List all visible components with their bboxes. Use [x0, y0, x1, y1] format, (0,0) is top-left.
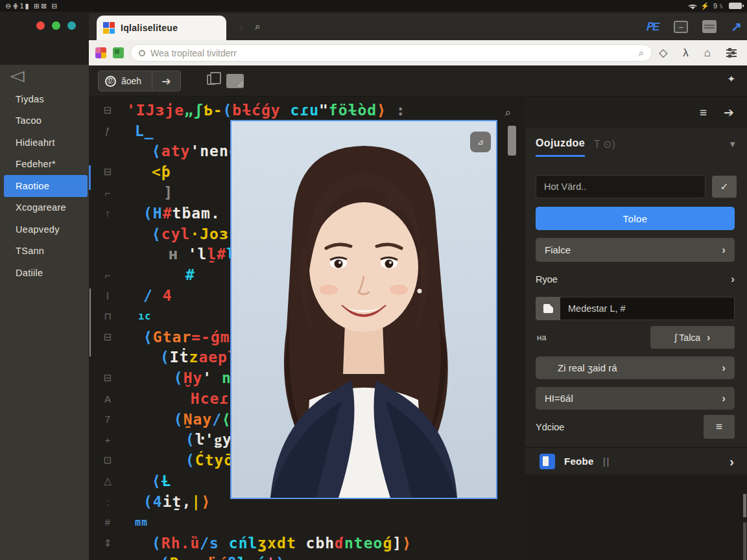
- tab-search-icon[interactable]: ⌕: [255, 21, 261, 32]
- sidebar-item-fedeher[interactable]: Fedeher*: [0, 154, 89, 176]
- code-line[interactable]: ⊟'IJɜje„ʃƄ-(bɫćǵy cɾu"föɫòd⟩ :: [89, 100, 525, 121]
- sidebar-item-tsann[interactable]: TSann: [0, 240, 89, 262]
- type-row[interactable]: Ryoe ›: [536, 272, 735, 286]
- sidebar-item-xcogareare[interactable]: Xcogareare: [0, 197, 89, 219]
- file-icon: [536, 297, 560, 320]
- extension-pe-icon[interactable]: ꓑE: [646, 20, 660, 34]
- version-badge-icon: ⑰: [105, 76, 116, 87]
- back-icon[interactable]: ◁: [10, 67, 24, 84]
- panel-toggle-icon[interactable]: –: [674, 21, 688, 33]
- gutter-icon: ǀ: [89, 290, 126, 301]
- code-line[interactable]: ⊟(Raecḃḉβloǵ'): [89, 554, 525, 560]
- gutter-icon: ⊟: [89, 557, 126, 560]
- gutter-icon: ⊟: [89, 331, 126, 343]
- image-expand-button[interactable]: ⊿: [470, 132, 491, 152]
- sparkle-icon[interactable]: ✦: [727, 73, 735, 85]
- inspector-header: ≡ ➔: [525, 97, 747, 128]
- share-arrow-icon[interactable]: ↗: [731, 19, 742, 34]
- status-icons-left: ⊖⋕1▮ ⊞⊠ ⊟: [5, 2, 58, 10]
- zireal-row-button[interactable]: Zi real ʒaid rá ›: [536, 356, 735, 379]
- url-search-icon[interactable]: ⌕: [639, 47, 644, 59]
- voice-label: Ydcioe: [536, 422, 564, 432]
- editor-scrollbar[interactable]: [89, 288, 91, 356]
- gutter-icon: ⊟: [89, 166, 126, 178]
- gutter-icon: #: [89, 517, 126, 528]
- search-input[interactable]: Hot Värd..: [536, 175, 706, 198]
- gutter-icon: ↑: [89, 207, 126, 218]
- tab-oojuzdoe[interactable]: Oojuzdoe: [536, 137, 585, 157]
- model-field-value: Medestar L, #: [568, 303, 626, 314]
- talca-button[interactable]: ʃ Talca ›: [650, 326, 735, 349]
- gutter-icon: ⊟: [89, 104, 126, 116]
- gutter-icon: ⌐: [89, 187, 126, 198]
- image-scroll-thumb[interactable]: [508, 126, 516, 156]
- os-menubar: ⊖⋕1▮ ⊞⊠ ⊟ ⚡ 9﹪: [0, 0, 747, 12]
- gutter-icon: ⊓: [89, 310, 126, 322]
- wifi-icon: [688, 3, 697, 9]
- sidebar-item-hidieahrt[interactable]: Hidieahrt: [0, 132, 89, 154]
- fialce-label: Fialce: [545, 244, 571, 255]
- sidebar-item-raotioe[interactable]: Raotioe: [4, 175, 88, 197]
- hial-row-button[interactable]: HI=6ál ›: [536, 387, 735, 410]
- gutter-icon: ⊡: [89, 454, 126, 466]
- image-attach-icon[interactable]: ◿: [226, 74, 244, 88]
- search-input-value: Hot Värd..: [544, 181, 586, 192]
- bolt-icon: ⚡: [700, 2, 710, 10]
- panel-scrollbar-segment[interactable]: [743, 522, 746, 560]
- code-line[interactable]: #mm: [89, 512, 525, 533]
- profile-icon[interactable]: λ: [683, 47, 689, 60]
- model-selector-button[interactable]: ⑰ ãoeh: [98, 71, 152, 91]
- editor-scroll-indicator[interactable]: [89, 165, 91, 190]
- gutter-icon: ƒ: [89, 125, 126, 136]
- extension-puzzle-icon[interactable]: [95, 47, 106, 58]
- chevron-right-icon: ›: [731, 273, 735, 286]
- feobe-row[interactable]: Feobe || ›: [525, 447, 747, 474]
- extension-green-icon[interactable]: [113, 47, 124, 58]
- model-field[interactable]: Medestar L, #: [536, 297, 735, 320]
- sidebar-item-ueapvedy[interactable]: Ueapvedy: [0, 218, 89, 240]
- sidebar-item-datiile[interactable]: Datiile: [0, 262, 89, 284]
- chevron-right-icon[interactable]: ›: [729, 454, 734, 469]
- home-icon[interactable]: ⌂: [704, 47, 711, 60]
- confirm-check-button[interactable]: ✓: [712, 176, 737, 198]
- portrait-image: ⊿: [230, 120, 497, 499]
- code-line[interactable]: ⇕(Rh.ȕ/s cńlʒxdt cbhɗnteoǵ]⟩: [89, 533, 525, 554]
- inspector-empty-area: [525, 474, 747, 560]
- chevron-right-icon: ›: [722, 392, 726, 405]
- zoom-window-button[interactable]: [67, 21, 76, 30]
- panel-scrollbar-segment[interactable]: [743, 494, 746, 517]
- browser-addressbar: Wea tropíteal tivitderr ⌕ ◇ λ ⌂: [89, 40, 747, 65]
- browser-tab[interactable]: Iqlaliseliteue: [97, 16, 226, 40]
- copy-icon[interactable]: [207, 75, 216, 85]
- fialce-row-button[interactable]: Fialce ›: [536, 238, 735, 262]
- bookmark-diamond-icon[interactable]: ◇: [659, 46, 667, 60]
- editor-toolbar: ⑰ ãoeh ➔ ◿ ✦: [89, 65, 747, 97]
- talca-label: ʃ Talca: [675, 332, 700, 343]
- sidebar-item-tiydas[interactable]: Tiydas: [0, 88, 89, 110]
- sidebar-item-tacoo[interactable]: Tacoo: [0, 110, 89, 132]
- close-window-button[interactable]: [36, 21, 45, 30]
- site-info-icon[interactable]: [139, 50, 145, 56]
- panel-collapse-icon[interactable]: ➔: [724, 105, 734, 120]
- chevron-down-icon[interactable]: ▼: [728, 137, 737, 149]
- voice-menu-button[interactable]: ≡: [704, 415, 735, 439]
- gutter-icon: 7: [89, 414, 126, 425]
- panel-menu-icon[interactable]: ≡: [700, 106, 707, 120]
- gutter-icon: A: [89, 393, 126, 404]
- pause-icon[interactable]: ||: [603, 456, 611, 467]
- tune-settings-icon[interactable]: [726, 49, 737, 57]
- new-tab-button[interactable]: +: [233, 19, 250, 36]
- gutter-icon: △: [89, 475, 126, 487]
- browser-tabbar: Iqlaliseliteue + ⌕ ꓑE – ↗: [89, 13, 747, 40]
- url-input[interactable]: Wea tropíteal tivitderr ⌕: [130, 44, 652, 62]
- gutter-icon: ⊟: [89, 372, 126, 384]
- grid-icon[interactable]: [702, 20, 717, 33]
- battery-percent: 9﹪: [713, 1, 726, 11]
- feobe-icon: [540, 454, 555, 469]
- primary-action-button[interactable]: Toloe: [536, 207, 735, 230]
- tab-secondary[interactable]: T ⊙): [594, 137, 615, 150]
- zireal-label: Zi real ʒaid rá: [545, 362, 617, 373]
- minimize-window-button[interactable]: [52, 21, 60, 30]
- chevron-right-icon: ›: [707, 332, 710, 344]
- run-button[interactable]: ➔: [152, 71, 181, 91]
